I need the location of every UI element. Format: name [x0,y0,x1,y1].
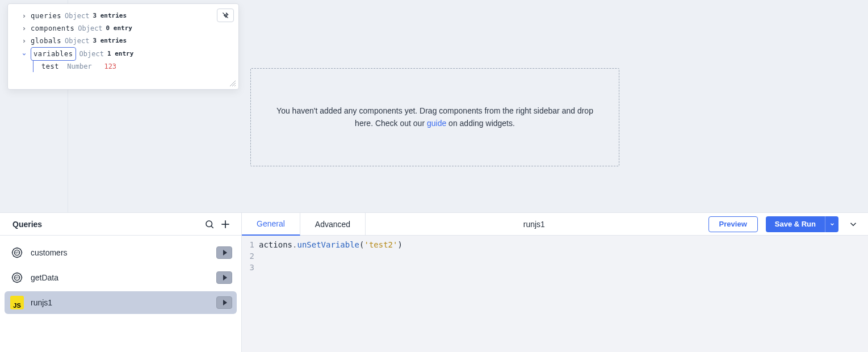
tree-child-test[interactable]: test Number 123 [33,61,232,72]
js-icon: JS [10,296,24,309]
query-item-customers[interactable]: APIcustomers [5,241,237,264]
chevron-down-icon [829,221,835,227]
api-icon: API [10,271,24,284]
empty-canvas-suffix: on adding widgets. [446,119,515,128]
collapse-panel-button[interactable] [846,219,860,229]
chevron-right-icon[interactable] [22,39,27,44]
query-name: customers [31,248,209,257]
svg-text:API: API [15,276,19,279]
tab-general[interactable]: General [242,213,300,236]
query-name: getData [31,273,209,282]
query-item-runjs1[interactable]: JSrunjs1 [5,291,237,314]
canvas-drop-zone[interactable]: You haven't added any components yet. Dr… [250,68,619,166]
code-editor[interactable]: 1 actions.unSetVariable('test2') 2 3 [242,236,868,352]
code-text-1: actions.unSetVariable('test2') [259,239,402,250]
chevron-down-icon [848,219,858,229]
tree-type: Object [65,35,89,47]
queries-header: Queries [0,213,241,236]
save-run-label: Save & Run [766,216,825,232]
svg-point-0 [206,221,212,227]
tree-key: components [31,22,74,35]
preview-button[interactable]: Preview [708,216,758,232]
tree-count: 1 entry [107,48,133,60]
chevron-right-icon[interactable] [22,26,27,31]
pin-icon [221,11,229,19]
api-icon: API [10,246,24,259]
tree-count: 3 entries [93,10,127,22]
add-query-button[interactable] [217,216,233,232]
search-icon [204,219,215,229]
tree-row-variables[interactable]: variables Object 1 entry [22,47,232,61]
right-strip [798,0,868,212]
gutter-3: 3 [242,262,259,273]
editor-tabs: General Advanced runjs1 Preview Save & R… [242,213,868,236]
save-run-dropdown[interactable] [825,216,838,232]
tree-row-queries[interactable]: queries Object 3 entries [22,10,232,22]
tree-type: Object [79,48,104,60]
tree-type: Object [78,22,102,35]
tree-key: queries [31,10,61,22]
editor-actions: Preview Save & Run [703,213,868,235]
save-run-button[interactable]: Save & Run [766,216,838,232]
tree-count: 3 entries [93,35,127,47]
empty-canvas-guide-link[interactable]: guide [427,119,446,128]
tree-key: globals [31,35,61,47]
empty-canvas-text: You haven't added any components yet. Dr… [274,105,596,129]
run-query-button[interactable] [216,246,232,259]
tree-type: Object [65,10,89,22]
play-icon [223,300,227,305]
code-line-3: 3 [242,262,868,273]
tree-row-components[interactable]: components Object 0 entry [22,22,232,35]
run-query-button[interactable] [216,296,232,309]
tree-child-key: test [41,62,59,70]
code-line-2: 2 [242,250,868,262]
play-icon [223,275,227,280]
variables-tree-popup: queries Object 3 entriescomponents Objec… [7,3,239,90]
svg-line-1 [211,226,213,228]
tree-child-value: 123 [104,62,116,70]
gutter-1: 1 [242,239,259,250]
tree-child-type: Number [67,62,91,70]
plus-icon [220,219,231,230]
queries-pane: Queries APIcustomersAPIgetDataJSrunjs1 [0,213,242,352]
chevron-down-icon[interactable] [22,52,27,57]
queries-list: APIcustomersAPIgetDataJSrunjs1 [0,236,241,320]
chevron-right-icon[interactable] [22,14,27,19]
canvas-area: queries Object 3 entriescomponents Objec… [0,0,868,212]
tab-advanced[interactable]: Advanced [300,213,366,235]
gutter-2: 2 [242,250,259,262]
tree-count: 0 entry [106,22,132,35]
tree-key: variables [31,47,76,61]
tree-row-globals[interactable]: globals Object 3 entries [22,35,232,47]
queries-title: Queries [12,220,202,229]
query-name: runjs1 [31,298,209,307]
play-icon [223,250,227,255]
editor-pane: General Advanced runjs1 Preview Save & R… [242,213,868,352]
search-queries-button[interactable] [202,216,217,232]
code-line-1: 1 actions.unSetVariable('test2') [242,239,868,250]
resize-handle-icon[interactable] [230,81,237,87]
svg-text:API: API [15,252,19,254]
editor-query-name[interactable]: runjs1 [366,213,703,235]
popup-pin-button[interactable] [217,9,234,22]
run-query-button[interactable] [216,271,232,284]
bottom-panel: Queries APIcustomersAPIgetDataJSrunjs1 G… [0,212,868,352]
query-item-getData[interactable]: APIgetData [5,266,237,289]
